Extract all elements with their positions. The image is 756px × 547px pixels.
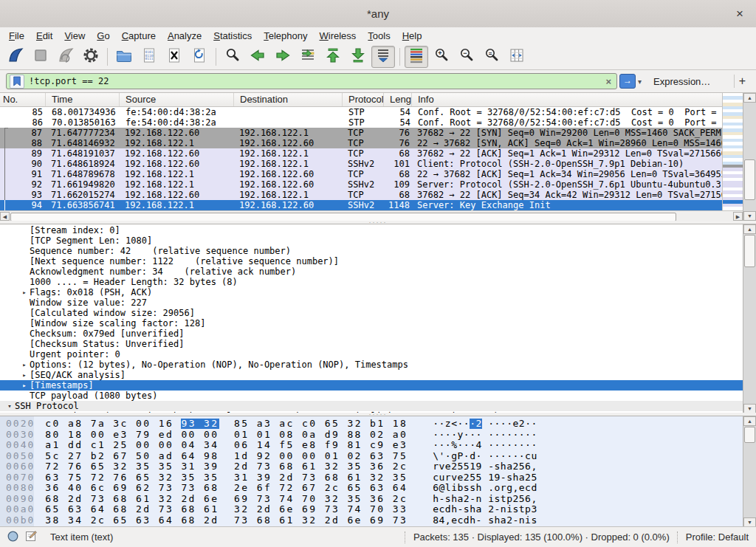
save-file-button[interactable]: 010101100111 [137, 46, 161, 68]
menu-view[interactable]: View [58, 30, 91, 42]
auto-scroll-button[interactable] [371, 46, 395, 68]
menu-statistics[interactable]: Statistics [207, 30, 258, 42]
expression-button[interactable]: Expression… [653, 76, 710, 87]
stop-capture-button[interactable] [29, 46, 52, 68]
filter-bookmark-icon[interactable] [10, 75, 24, 89]
detail-line[interactable]: Sequence number: 42 (relative sequence n… [0, 246, 743, 256]
packet-row[interactable]: 9271.661949820192.168.122.1192.168.122.6… [0, 179, 722, 190]
zoom-out-button[interactable]: − [455, 46, 478, 68]
expert-info-icon[interactable] [7, 531, 18, 544]
menu-wireless[interactable]: Wireless [314, 30, 362, 42]
detail-line[interactable]: [Calculated window size: 29056] [0, 308, 743, 318]
column-header-info[interactable]: Info [412, 93, 722, 106]
menu-go[interactable]: Go [91, 30, 115, 42]
zoom-in-button[interactable]: + [430, 46, 453, 68]
detail-line[interactable]: [Stream index: 0] [0, 225, 743, 235]
hex-row[interactable]: 003080 18 00 e3 79 ed 00 00 01 01 08 0a … [0, 430, 743, 441]
scroll-right-icon[interactable]: ▶ [733, 212, 743, 221]
collapsed-triangle-icon[interactable]: ▸ [19, 370, 30, 380]
title-bar[interactable]: *any × [0, 0, 756, 28]
filter-dropdown-icon[interactable]: ▾ [638, 78, 642, 86]
go-to-bottom-button[interactable] [346, 46, 370, 68]
detail-line[interactable]: ▸[SEQ/ACK analysis] [0, 370, 743, 380]
packet-row[interactable]: 9471.663856741192.168.122.1192.168.122.6… [0, 200, 722, 210]
resize-columns-button[interactable] [505, 46, 529, 68]
detail-line[interactable]: Urgent pointer: 0 [0, 349, 743, 359]
menu-help[interactable]: Help [396, 30, 428, 42]
menu-edit[interactable]: Edit [30, 30, 58, 42]
packet-row[interactable]: 9071.648618924192.168.122.60192.168.122.… [0, 159, 722, 169]
scroll-down-icon[interactable]: ▼ [743, 404, 756, 413]
hex-row[interactable]: 008036 40 6c 69 62 73 73 68 2e 6f 72 67 … [0, 483, 743, 494]
go-forward-button[interactable] [271, 46, 295, 68]
detail-line[interactable]: [Next sequence number: 1122 (relative se… [0, 256, 743, 266]
detail-line[interactable]: [TCP Segment Len: 1080] [0, 235, 743, 246]
packet-row[interactable]: 8670.013850163fe:54:00:d4:38:2aSTP54Conf… [0, 117, 722, 128]
packet-row[interactable]: 8871.648146932192.168.122.1192.168.122.6… [0, 138, 722, 148]
start-capture-button[interactable] [4, 46, 27, 68]
detail-line[interactable]: [Checksum Status: Unverified] [0, 339, 743, 349]
collapsed-triangle-icon[interactable]: ▸ [19, 359, 30, 370]
collapsed-triangle-icon[interactable]: ▸ [19, 287, 30, 297]
details-vscrollbar[interactable]: ▲ ▼ [743, 224, 756, 413]
detail-line[interactable]: Acknowledgment number: 34 (relative ack … [0, 266, 743, 277]
filter-clear-icon[interactable]: × [603, 76, 614, 87]
expanded-triangle-icon[interactable]: ▾ [4, 401, 15, 411]
reload-file-button[interactable] [188, 46, 211, 68]
packet-row[interactable]: 8971.648191037192.168.122.60192.168.122.… [0, 148, 722, 159]
scroll-thumb[interactable] [744, 235, 755, 267]
column-header-no[interactable]: No. [0, 93, 46, 106]
menu-analyze[interactable]: Analyze [162, 30, 207, 42]
detail-line[interactable]: ▾SSH Protocol [0, 401, 743, 411]
display-filter-input[interactable]: !tcp.port == 22 × [6, 73, 617, 89]
scroll-thumb[interactable] [744, 159, 755, 200]
scroll-up-icon[interactable]: ▲ [743, 224, 756, 234]
filter-apply-button[interactable]: → [619, 74, 636, 89]
zoom-100-button[interactable]: = [480, 46, 504, 68]
scroll-down-icon[interactable]: ▼ [743, 211, 756, 221]
column-header-protocol[interactable]: Protocol [343, 93, 384, 106]
detail-line[interactable]: [Window size scaling factor: 128] [0, 318, 743, 328]
close-file-button[interactable] [162, 46, 186, 68]
column-header-destination[interactable]: Destination [234, 93, 343, 106]
packet-row[interactable]: 8568.001734936fe:54:00:d4:38:2aSTP54Conf… [0, 107, 722, 117]
collapsed-triangle-icon[interactable]: ▸ [19, 380, 30, 391]
menu-capture[interactable]: Capture [116, 30, 162, 42]
scroll-down-icon[interactable]: ▼ [743, 517, 756, 526]
packet-row[interactable]: 9371.662015274192.168.122.60192.168.122.… [0, 190, 722, 200]
hex-row[interactable]: 007063 75 72 76 65 32 35 35 31 39 2d 73 … [0, 472, 743, 484]
hex-row[interactable]: 0040a1 dd c1 25 00 00 04 34 06 14 f5 e8 … [0, 440, 743, 451]
add-filter-button[interactable]: + [734, 75, 750, 88]
find-packet-button[interactable] [221, 46, 244, 68]
hex-row[interactable]: 0020c0 a8 7a 3c 00 16 93 32 85 a3 ac c0 … [0, 419, 743, 430]
menu-telephony[interactable]: Telephony [258, 30, 313, 42]
hex-row[interactable]: 006072 76 65 32 35 35 31 39 2d 73 68 61 … [0, 461, 743, 472]
column-header-source[interactable]: Source [120, 93, 234, 106]
go-back-button[interactable] [246, 46, 269, 68]
hex-row[interactable]: 00505c 27 b2 67 50 ad 64 98 1d 92 00 00 … [0, 451, 743, 462]
hex-vscrollbar[interactable]: ▲ ▼ [743, 416, 756, 526]
detail-line[interactable]: TCP payload (1080 bytes) [0, 391, 743, 401]
packet-list-header[interactable]: No.TimeSourceDestinationProtocolLengthIn… [0, 93, 722, 107]
detail-line[interactable]: ▸[Timestamps] [0, 380, 743, 391]
close-window-button[interactable]: × [731, 5, 749, 23]
detail-line[interactable]: 1000 .... = Header Length: 32 bytes (8) [0, 277, 743, 287]
packet-row[interactable]: 8771.647777234192.168.122.60192.168.122.… [0, 128, 722, 138]
packet-list-vscrollbar[interactable]: ▲ ▼ [743, 93, 756, 221]
scroll-thumb[interactable] [744, 427, 755, 443]
detail-line[interactable]: ▸Options: (12 bytes), No-Operation (NOP)… [0, 359, 743, 370]
intelligent-scrollbar-minimap[interactable] [722, 93, 743, 210]
scroll-up-icon[interactable]: ▲ [743, 93, 756, 103]
capture-comment-icon[interactable] [25, 530, 37, 544]
restart-capture-button[interactable] [54, 46, 78, 68]
detail-line[interactable]: Checksum: 0x79ed [unverified] [0, 328, 743, 339]
hex-row[interactable]: 009068 2d 73 68 61 32 2d 6e 69 73 74 70 … [0, 494, 743, 505]
go-to-packet-button[interactable] [296, 46, 320, 68]
go-to-top-button[interactable] [321, 46, 345, 68]
packet-list-hscrollbar[interactable]: ◀ ▶ [0, 210, 743, 221]
open-file-button[interactable] [112, 46, 136, 68]
profile-status[interactable]: Profile: Default [686, 531, 749, 543]
packet-row[interactable]: 9171.648789678192.168.122.1192.168.122.6… [0, 169, 722, 179]
detail-line[interactable]: Window size value: 227 [0, 297, 743, 308]
scroll-left-icon[interactable]: ◀ [0, 212, 10, 221]
